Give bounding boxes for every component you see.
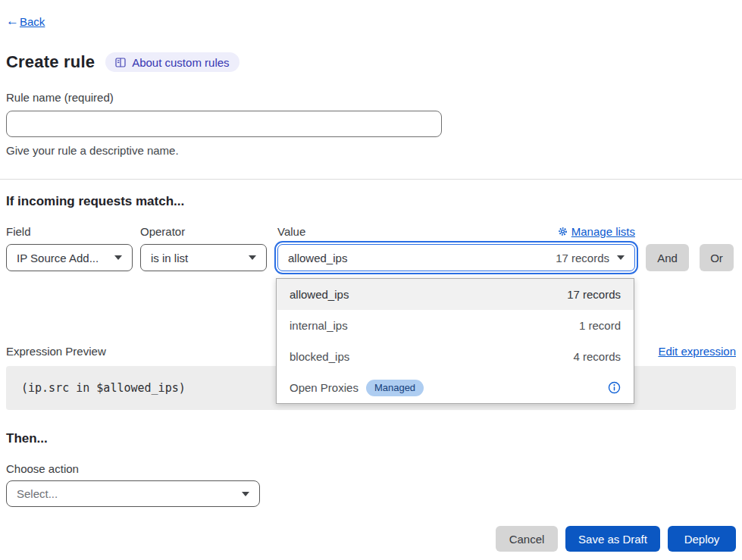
list-item-name: allowed_ips bbox=[290, 288, 349, 301]
about-custom-rules-link[interactable]: About custom rules bbox=[105, 52, 239, 72]
list-item-records: 17 records bbox=[567, 288, 621, 301]
list-item-internal-ips[interactable]: internal_ips 1 record bbox=[277, 310, 634, 341]
list-item-open-proxies[interactable]: Open Proxies Managed bbox=[277, 372, 634, 403]
title-row: Create rule About custom rules bbox=[6, 52, 736, 72]
left-arrow-icon: ← bbox=[6, 14, 19, 29]
rule-name-label: Rule name (required) bbox=[6, 91, 736, 104]
list-item-blocked-ips[interactable]: blocked_ips 4 records bbox=[277, 341, 634, 372]
value-select[interactable]: allowed_ips 17 records bbox=[277, 244, 635, 271]
value-select-records: 17 records bbox=[556, 252, 609, 264]
list-item-name: Open Proxies bbox=[290, 381, 358, 394]
rule-name-input[interactable] bbox=[6, 111, 442, 137]
back-link-label: Back bbox=[20, 15, 45, 28]
rule-name-group: Rule name (required) Give your rule a de… bbox=[6, 91, 736, 157]
edit-expression-link[interactable]: Edit expression bbox=[658, 345, 736, 358]
list-item-name: blocked_ips bbox=[290, 350, 349, 363]
create-rule-page: ←Back Create rule About custom rules Rul… bbox=[0, 0, 742, 560]
field-column: Field IP Source Add... bbox=[6, 225, 133, 271]
list-dropdown: allowed_ips 17 records internal_ips 1 re… bbox=[276, 278, 634, 404]
manage-lists-label: Manage lists bbox=[571, 225, 635, 238]
value-label: Value bbox=[277, 225, 305, 238]
field-label: Field bbox=[6, 225, 133, 238]
chevron-down-icon bbox=[242, 492, 249, 496]
match-heading: If incoming requests match... bbox=[6, 194, 736, 209]
about-custom-rules-label: About custom rules bbox=[132, 56, 229, 69]
list-item-records: 1 record bbox=[579, 319, 621, 332]
list-item-records: 4 records bbox=[573, 350, 621, 363]
chevron-down-icon bbox=[114, 255, 122, 260]
manage-lists-link[interactable]: Manage lists bbox=[558, 225, 635, 238]
or-button[interactable]: Or bbox=[700, 244, 734, 271]
info-icon[interactable] bbox=[608, 381, 621, 394]
chevron-down-icon bbox=[617, 255, 625, 260]
page-title: Create rule bbox=[6, 52, 95, 72]
chevron-down-icon bbox=[249, 255, 256, 260]
operator-label: Operator bbox=[140, 225, 267, 238]
footer-actions: Cancel Save as Draft Deploy bbox=[6, 526, 736, 552]
action-select-placeholder: Select... bbox=[17, 487, 58, 500]
back-row: ←Back bbox=[6, 14, 736, 29]
deploy-button[interactable]: Deploy bbox=[668, 526, 736, 552]
managed-badge: Managed bbox=[366, 380, 424, 396]
field-select-value: IP Source Add... bbox=[17, 252, 99, 264]
field-select[interactable]: IP Source Add... bbox=[6, 244, 133, 271]
action-select[interactable]: Select... bbox=[6, 480, 260, 507]
gear-icon bbox=[558, 227, 568, 236]
save-draft-button[interactable]: Save as Draft bbox=[565, 526, 660, 552]
value-select-selected: allowed_ips bbox=[288, 252, 347, 264]
operator-select[interactable]: is in list bbox=[140, 244, 267, 271]
then-heading: Then... bbox=[6, 431, 736, 446]
operator-select-value: is in list bbox=[151, 252, 188, 264]
cancel-button[interactable]: Cancel bbox=[496, 526, 558, 552]
value-column: Value Manage lists allowed_ips 17 record… bbox=[274, 225, 638, 271]
section-divider bbox=[0, 179, 742, 180]
list-item-allowed-ips[interactable]: allowed_ips 17 records bbox=[277, 279, 634, 310]
expression-preview-label: Expression Preview bbox=[6, 345, 106, 358]
book-icon bbox=[115, 58, 126, 67]
operator-column: Operator is in list bbox=[140, 225, 267, 271]
back-link[interactable]: ←Back bbox=[6, 14, 45, 29]
condition-row: Field IP Source Add... Operator is in li… bbox=[6, 225, 736, 271]
expression-code: (ip.src in $allowed_ips) bbox=[21, 381, 186, 395]
value-label-row: Value Manage lists bbox=[274, 225, 638, 238]
rule-name-helper: Give your rule a descriptive name. bbox=[6, 144, 736, 157]
choose-action-label: Choose action bbox=[6, 462, 736, 475]
and-button[interactable]: And bbox=[646, 244, 689, 271]
list-item-name: internal_ips bbox=[290, 319, 348, 332]
